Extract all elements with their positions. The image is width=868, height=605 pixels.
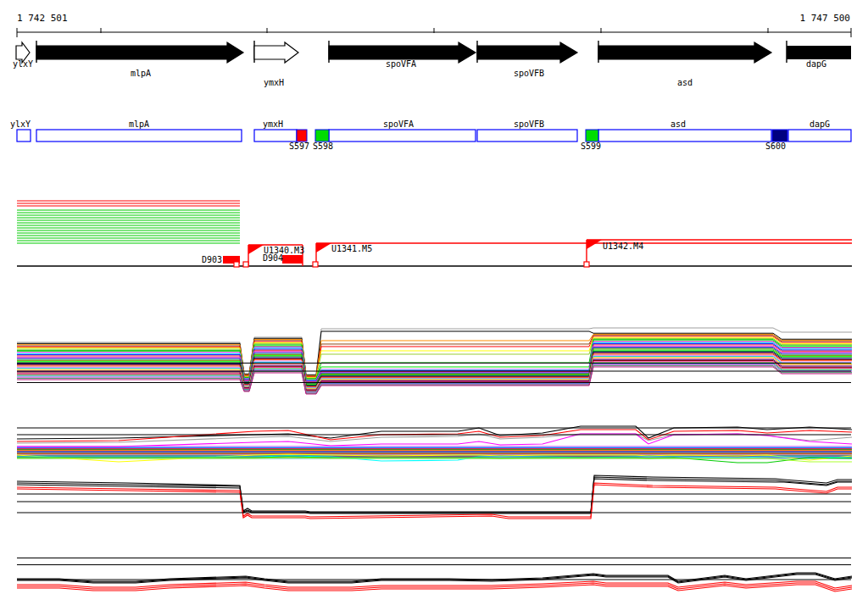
up-label-U1342.M4[interactable]: U1342.M4 [603, 242, 643, 251]
gene-label-ylxY: ylxY [13, 60, 33, 69]
gene-arrow-spoVFB[interactable] [477, 42, 577, 63]
genome-browser: 1 742 501 1 747 500 ylxYmlpAymxHspoVFAsp… [0, 0, 868, 605]
feature-label-S597: S597 [289, 142, 309, 151]
up-label-U1341.M5[interactable]: U1341.M5 [331, 245, 372, 253]
annotation-label-ymxH: ymxH [263, 120, 283, 129]
feature-box-S599[interactable] [586, 130, 598, 142]
ruler-start-coordinate: 1 742 501 [17, 14, 68, 23]
tu-anchor-square [313, 262, 318, 267]
gene-arrow-ymxH[interactable] [254, 42, 298, 63]
feature-label-S598: S598 [313, 142, 333, 151]
feature-box-S598[interactable] [315, 130, 329, 142]
up-feature-flag-U1342.M4[interactable] [587, 240, 602, 249]
annotation-label-mlpA: mlpA [129, 120, 149, 129]
annotation-box-asd[interactable] [598, 130, 771, 142]
ruler-end-coordinate: 1 747 500 [799, 14, 850, 23]
down-feature-D904[interactable] [282, 255, 303, 264]
expression-profile-line [17, 477, 852, 513]
expression-profile-line [17, 479, 852, 513]
expression-profile-line [17, 458, 852, 462]
gene-label-dapG: dapG [806, 60, 826, 69]
up-feature-flag-U1340.M3[interactable] [248, 245, 264, 254]
annotation-label-dapG: dapG [810, 120, 830, 129]
annotation-label-spoVFB: spoVFB [514, 120, 544, 129]
expression-profile-line [17, 434, 852, 447]
feature-box-S597[interactable] [297, 130, 307, 142]
gene-label-spoVFA: spoVFA [386, 60, 416, 69]
gene-label-spoVFB: spoVFB [514, 69, 544, 78]
annotation-label-spoVFA: spoVFA [383, 120, 414, 129]
annotation-box-dapG[interactable] [788, 130, 851, 142]
annotation-box-ylxY[interactable] [17, 130, 31, 142]
down-label-D903[interactable]: D903 [202, 256, 222, 264]
feature-box-S600[interactable] [772, 130, 787, 142]
genome-browser-canvas [0, 0, 868, 605]
gene-label-asd: asd [677, 79, 693, 87]
gene-arrow-asd[interactable] [598, 42, 771, 63]
gene-arrow-mlpA[interactable] [36, 42, 243, 63]
annotation-box-spoVFA[interactable] [329, 130, 476, 142]
annotation-label-asd: asd [670, 120, 686, 129]
gene-label-mlpA: mlpA [131, 69, 151, 78]
tu-anchor-square [234, 262, 239, 267]
annotation-box-spoVFB[interactable] [477, 130, 577, 142]
down-label-D904[interactable]: D904 [263, 254, 283, 263]
tu-anchor-square [584, 262, 589, 267]
up-label-U1340.M3[interactable]: U1340.M3 [264, 247, 304, 255]
annotation-box-mlpA[interactable] [36, 130, 242, 142]
up-feature-flag-U1341.M5[interactable] [316, 243, 331, 253]
expression-profile-line [17, 434, 852, 443]
feature-label-S600: S600 [765, 142, 786, 151]
feature-label-S599: S599 [581, 142, 601, 151]
tu-anchor-square [243, 262, 248, 267]
annotation-label-ylxY: ylxY [10, 120, 31, 129]
gene-arrow-dapG[interactable] [787, 46, 851, 59]
annotation-box-ymxH[interactable] [254, 130, 297, 142]
gene-label-ymxH: ymxH [264, 79, 284, 87]
